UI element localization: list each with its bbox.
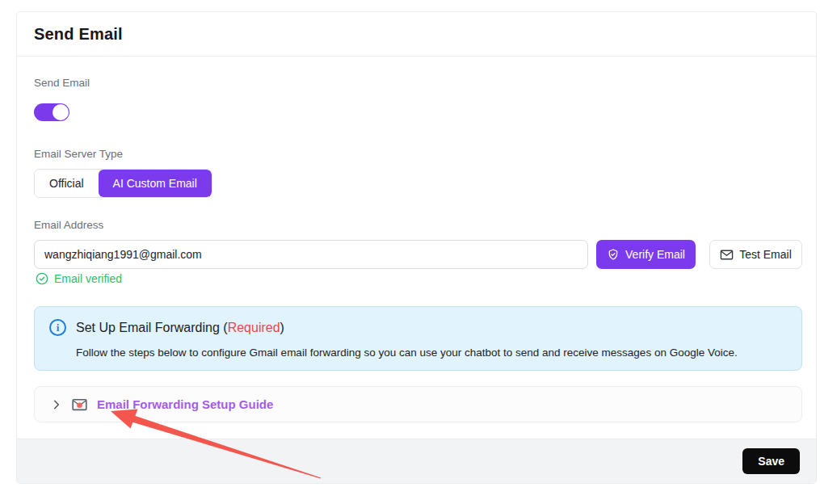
verify-email-button[interactable]: Verify Email	[596, 240, 696, 269]
email-verified-text: Email verified	[54, 272, 122, 285]
info-box-header: i Set Up Email Forwarding (Required)	[49, 319, 785, 336]
envelope-icon	[720, 249, 734, 261]
toggle-knob	[53, 104, 69, 120]
test-email-button[interactable]: Test Email	[709, 240, 802, 269]
card-footer: Save	[17, 439, 816, 483]
incoming-envelope-icon	[72, 398, 87, 411]
chevron-right-icon[interactable]	[51, 399, 62, 410]
verify-email-button-label: Verify Email	[625, 248, 685, 261]
send-email-card: Send Email Send Email Email Server Type …	[16, 11, 817, 484]
info-box-title: Set Up Email Forwarding (Required)	[76, 321, 284, 335]
send-email-toggle[interactable]	[34, 103, 69, 121]
page-title: Send Email	[34, 25, 123, 44]
check-circle-icon	[36, 272, 48, 285]
save-button[interactable]: Save	[742, 448, 800, 474]
required-word: Required	[228, 321, 280, 334]
test-email-button-label: Test Email	[739, 248, 792, 261]
setup-forwarding-info-box: i Set Up Email Forwarding (Required) Fol…	[34, 306, 802, 371]
server-type-option-ai-custom-email[interactable]: AI Custom Email	[99, 170, 212, 197]
send-email-settings-page: Send Email Send Email Email Server Type …	[0, 0, 820, 504]
email-address-input[interactable]	[34, 240, 588, 269]
email-server-type-label: Email Server Type	[34, 148, 123, 160]
info-circle-icon: i	[49, 319, 66, 336]
email-verified-status: Email verified	[36, 272, 122, 285]
card-header: Send Email	[17, 12, 816, 57]
info-box-body: Follow the steps below to configure Gmai…	[76, 346, 785, 360]
shield-check-icon	[607, 248, 620, 261]
guide-title: Email Forwarding Setup Guide	[97, 397, 273, 411]
email-address-label: Email Address	[34, 219, 103, 231]
send-email-label: Send Email	[34, 77, 90, 89]
server-type-segmented-control: Official AI Custom Email	[34, 169, 212, 198]
server-type-option-official[interactable]: Official	[35, 170, 99, 197]
email-forwarding-guide-expander[interactable]: Email Forwarding Setup Guide	[34, 386, 802, 422]
